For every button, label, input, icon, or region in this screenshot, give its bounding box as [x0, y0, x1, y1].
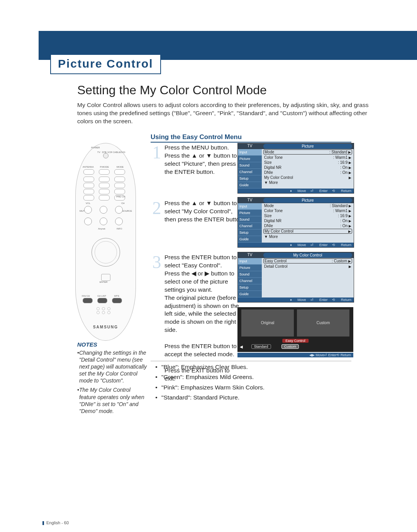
dot	[97, 311, 100, 314]
bullet-item: "Standard": Standard Picture.	[161, 393, 239, 403]
osd-side-item: Guide	[238, 236, 262, 243]
osd-row-val: : On	[340, 170, 348, 175]
label-source: SOURCE	[122, 210, 132, 212]
osd-side-item: Channel	[238, 278, 262, 284]
step-2: 2 Press the ▲ or ▼ button to select "My …	[151, 199, 246, 224]
label-ch: CH	[121, 202, 125, 204]
label-dvd: DVD	[120, 151, 125, 153]
dpad-inner	[95, 241, 117, 263]
osd-row-val: : 16:9	[338, 214, 348, 218]
remote-key	[99, 177, 110, 182]
osd-sidebar: Input Picture Sound Channel Setup Guide	[238, 203, 262, 243]
round-button	[84, 218, 92, 225]
note-item: The My Color Control feature operates on…	[79, 386, 147, 415]
dot	[102, 307, 105, 310]
brand-logo: SAMSUNG	[93, 325, 118, 329]
step-2-number: 2	[151, 199, 163, 217]
osd-row-key: DNIe	[264, 170, 273, 175]
osd-row-val: : Warm1	[333, 155, 348, 160]
osd-tv-label: TV	[238, 143, 262, 149]
step-2-text: Press the ▲ or ▼ button to select "My Co…	[164, 199, 246, 224]
label-mode: MODE	[117, 166, 124, 168]
osd-side-item: Picture	[238, 156, 262, 162]
osd-row-val: : 16:9	[338, 160, 348, 165]
osd-picture-1: TVPicture Input Picture Sound Channel Se…	[237, 143, 354, 194]
preview-banner: Easy Control	[282, 339, 309, 343]
osd-row-key: Easy Control	[264, 259, 286, 263]
remote-key	[83, 183, 94, 188]
osd-sidebar: Input Picture Sound Channel Setup Guide	[238, 149, 262, 189]
osd-main: Mode: Standard ▶ Color Tone: Warm1 ▶ Siz…	[262, 203, 354, 243]
osd-side-item: Channel	[238, 223, 262, 229]
preview-original: Original	[241, 309, 294, 337]
osd-tv-label: TV	[238, 197, 262, 203]
label-pmode: P.MODE	[100, 166, 109, 168]
osd-side-item: Sound	[238, 216, 262, 223]
osd-row-key: ▼ More	[264, 180, 278, 185]
remote-key	[114, 169, 125, 175]
round-button	[100, 218, 107, 225]
label-prech: PRE-CH	[116, 195, 125, 198]
label-power: POWER	[91, 146, 100, 149]
remote-illustration: POWER TV STB VCR CABLE DVD ANTENNA P.MOD…	[75, 143, 135, 340]
remote-key	[99, 183, 110, 188]
round-button	[100, 206, 107, 214]
osd-side-item: Sound	[238, 271, 262, 278]
osd-side-item: Picture	[238, 210, 262, 216]
osd-row-val: : Warm1	[333, 209, 348, 213]
remote-key	[99, 195, 110, 201]
bullet-item: "Blue": Emphasizes Clear Blues.	[161, 362, 248, 372]
label-vcr: VCR	[107, 151, 112, 153]
osd-mycolor: TVMy Color Control Input Picture Sound C…	[237, 252, 354, 303]
osd-footer: ♦ Move⏎ Enter⟲ Return	[238, 243, 354, 247]
step-3-number: 3	[151, 253, 163, 271]
preview-footer: ◀▶ Move⏎ Enter⟲ Return	[237, 353, 353, 357]
remote-key	[83, 189, 94, 194]
intro-text: My Color Control allows users to adjust …	[77, 101, 382, 126]
preview-custom: Custom	[297, 309, 349, 337]
label-chlist: CH LIST	[97, 295, 106, 297]
osd-row-key: Detail Control	[264, 264, 288, 269]
remote-key	[114, 183, 125, 188]
step-1-number: 1	[151, 144, 163, 161]
osd-side-item: Guide	[238, 291, 262, 297]
divider	[151, 361, 351, 361]
notes-heading: NOTES	[77, 341, 147, 348]
remote-key	[99, 189, 110, 194]
osd-side-item: Guide	[238, 182, 262, 189]
osd-row-key: Mode	[264, 204, 274, 208]
osd-side-item: Picture	[238, 265, 262, 271]
footer-text: English - 60	[46, 520, 69, 525]
remote-key	[114, 177, 125, 182]
osd-row-key: Color Tone	[264, 209, 283, 213]
label-stb: STB	[102, 151, 107, 153]
osd-side-item: Input	[238, 203, 262, 210]
remote-key	[114, 189, 125, 194]
osd-row-key: My Color Control	[264, 229, 293, 233]
power-button-icon	[103, 153, 108, 158]
osd-row-key: My Color Control	[264, 175, 293, 180]
notes-block: NOTES •Changing the settings in the "Det…	[77, 341, 147, 417]
osd-row-key: Digital NR	[264, 219, 281, 223]
osd-side-item: Sound	[238, 162, 262, 169]
osd-footer: ♦ Move⏎ Enter⟲ Return	[238, 297, 354, 302]
preview-opt-right: Custom	[281, 344, 299, 349]
osd-picture-2: TVPicture Input Picture Sound Channel Se…	[237, 197, 354, 248]
osd-title: My Color Control	[263, 253, 352, 258]
label-mts: MTS	[114, 295, 119, 297]
chapter-title: Picture Control	[50, 54, 161, 74]
osd-side-item: Setup	[238, 175, 262, 182]
easy-control-preview: Original Custom Easy Control ◀ Standard …	[237, 307, 353, 352]
osd-tv-label: TV	[238, 252, 262, 258]
osd-row-val: : On	[340, 219, 348, 223]
osd-row-key: DNIe	[264, 224, 273, 228]
osd-row-key: Size	[264, 160, 271, 165]
osd-side-item: Channel	[238, 169, 262, 175]
osd-row-key: Size	[264, 214, 271, 218]
page-footer: English - 60	[42, 520, 69, 525]
pill-button	[83, 298, 93, 303]
section-subheading: Using the Easy Control Menu	[151, 133, 351, 143]
remote-key	[83, 169, 94, 175]
osd-row-key: Mode	[264, 150, 274, 154]
label-enter: ENTER	[100, 281, 107, 283]
